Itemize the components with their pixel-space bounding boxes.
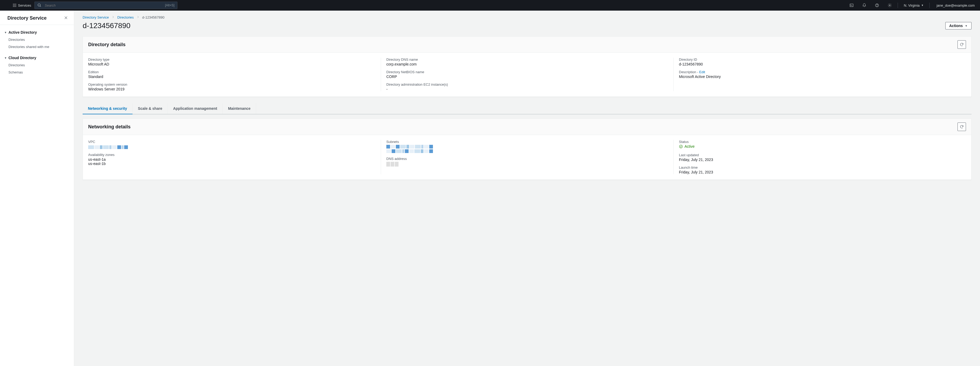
sidenav-item-cloud-directories[interactable]: Directories bbox=[0, 62, 74, 69]
label-last-updated: Last updated bbox=[679, 153, 961, 157]
breadcrumb-current: d-1234567890 bbox=[142, 15, 164, 19]
redacted-value bbox=[387, 145, 433, 149]
user-label: jane_doe@example.com bbox=[937, 3, 975, 7]
search-input[interactable] bbox=[44, 3, 162, 8]
svg-point-6 bbox=[877, 6, 877, 6]
divider bbox=[929, 3, 930, 8]
value-description: Microsoft Active Directory bbox=[679, 75, 961, 79]
chevron-down-icon: ▼ bbox=[965, 24, 967, 27]
region-label: N. Virginia bbox=[904, 3, 920, 7]
close-icon bbox=[64, 16, 68, 20]
redacted-value bbox=[387, 162, 399, 166]
value-directory-id: d-1234567890 bbox=[679, 62, 961, 66]
chevron-down-icon: ▼ bbox=[921, 4, 924, 6]
tab-scale-share[interactable]: Scale & share bbox=[133, 103, 168, 114]
sidenav-title: Directory Service bbox=[7, 15, 47, 21]
sidenav-section-label: Cloud Directory bbox=[8, 56, 36, 60]
label-description: Description - Edit bbox=[679, 70, 961, 74]
breadcrumb-link-directories[interactable]: Directories bbox=[117, 15, 134, 19]
label-netbios: Directory NetBIOS name bbox=[387, 70, 668, 74]
directory-tabs: Networking & security Scale & share Appl… bbox=[83, 103, 972, 114]
value-last-updated: Friday, July 21, 2023 bbox=[679, 158, 961, 162]
chevron-right-icon bbox=[111, 15, 115, 19]
cloudshell-button[interactable] bbox=[847, 0, 856, 11]
refresh-icon bbox=[959, 42, 964, 47]
label-vpc: VPC bbox=[88, 140, 375, 144]
tab-application-management[interactable]: Application management bbox=[168, 103, 223, 114]
svg-line-1 bbox=[40, 6, 41, 6]
label-os-version: Operating system version bbox=[88, 83, 375, 86]
tab-networking-security[interactable]: Networking & security bbox=[83, 103, 133, 114]
value-admin-ec2: - bbox=[387, 87, 668, 91]
value-vpc bbox=[88, 144, 375, 149]
panel-title: Networking details bbox=[88, 124, 130, 130]
az-value: us-east-1a bbox=[88, 157, 375, 161]
label-admin-ec2: Directory administration EC2 instance(s) bbox=[387, 83, 668, 86]
label-directory-type: Directory type bbox=[88, 58, 375, 62]
label-availability-zones: Availability zones bbox=[88, 153, 375, 157]
search-shortcut: [Alt+S] bbox=[165, 3, 175, 7]
account-menu[interactable]: jane_doe@example.com bbox=[933, 3, 976, 7]
svg-point-7 bbox=[889, 5, 890, 6]
refresh-button[interactable] bbox=[958, 40, 966, 49]
label-status: Status bbox=[679, 140, 961, 144]
az-value: us-east-1b bbox=[88, 161, 375, 166]
label-edition: Edition bbox=[88, 70, 375, 74]
sidenav-section-cloud-directory[interactable]: ▼ Cloud Directory bbox=[0, 54, 74, 62]
grid-icon bbox=[13, 3, 16, 7]
value-os-version: Windows Server 2019 bbox=[88, 87, 375, 91]
redacted-value bbox=[88, 145, 129, 149]
sidenav-section-label: Active Directory bbox=[8, 30, 37, 35]
global-header: Services [Alt+S] N. Virginia ▼ jane_doe@… bbox=[0, 0, 980, 11]
status-text: Active bbox=[684, 144, 695, 149]
description-prefix: Description - bbox=[679, 70, 699, 74]
tab-maintenance[interactable]: Maintenance bbox=[223, 103, 256, 114]
help-button[interactable] bbox=[872, 0, 882, 11]
chevron-right-icon bbox=[136, 15, 140, 19]
value-status: Active bbox=[679, 144, 961, 149]
svg-point-10 bbox=[679, 145, 682, 148]
value-launch-time: Friday, July 21, 2023 bbox=[679, 170, 961, 174]
sidenav-item-directories-shared[interactable]: Directories shared with me bbox=[0, 43, 74, 50]
sidenav-section-active-directory[interactable]: ▼ Active Directory bbox=[0, 29, 74, 36]
label-launch-time: Launch time bbox=[679, 166, 961, 169]
chevron-down-icon: ▼ bbox=[4, 56, 7, 59]
value-dns-name: corp.example.com bbox=[387, 62, 668, 66]
directory-details-panel: Directory details Directory type Microso… bbox=[83, 36, 972, 97]
refresh-button[interactable] bbox=[958, 123, 966, 131]
check-circle-icon bbox=[679, 145, 683, 149]
notifications-button[interactable] bbox=[859, 0, 869, 11]
global-search[interactable]: [Alt+S] bbox=[34, 2, 177, 9]
edit-description-link[interactable]: Edit bbox=[699, 70, 705, 74]
value-subnets bbox=[387, 144, 668, 153]
region-selector[interactable]: N. Virginia ▼ bbox=[901, 3, 926, 7]
svg-rect-2 bbox=[850, 4, 853, 7]
label-directory-id: Directory ID bbox=[679, 58, 961, 62]
sidenav-item-schemas[interactable]: Schemas bbox=[0, 69, 74, 76]
value-edition: Standard bbox=[88, 75, 375, 79]
label-dns-name: Directory DNS name bbox=[387, 58, 668, 62]
panel-title: Directory details bbox=[88, 42, 126, 48]
actions-button[interactable]: Actions ▼ bbox=[945, 22, 972, 29]
networking-details-panel: Networking details VPC bbox=[83, 118, 972, 180]
sidenav-item-directories[interactable]: Directories bbox=[0, 36, 74, 43]
value-availability-zones: us-east-1a us-east-1b bbox=[88, 157, 375, 166]
svg-point-0 bbox=[38, 4, 40, 6]
value-dns-address bbox=[387, 161, 668, 166]
services-label: Services bbox=[18, 3, 31, 7]
search-icon bbox=[37, 3, 41, 7]
settings-button[interactable] bbox=[885, 0, 894, 11]
value-directory-type: Microsoft AD bbox=[88, 62, 375, 66]
label-dns-address: DNS address bbox=[387, 157, 668, 161]
breadcrumb: Directory Service Directories d-12345678… bbox=[74, 11, 980, 21]
sidenav-close-button[interactable] bbox=[64, 16, 68, 21]
value-netbios: CORP bbox=[387, 75, 668, 79]
refresh-icon bbox=[959, 125, 964, 129]
services-menu[interactable]: Services bbox=[13, 3, 31, 7]
side-nav: Directory Service ▼ Active Directory Dir… bbox=[0, 11, 74, 366]
main-content: Directory Service Directories d-12345678… bbox=[74, 11, 980, 366]
breadcrumb-link-service[interactable]: Directory Service bbox=[83, 15, 109, 19]
actions-label: Actions bbox=[949, 24, 963, 28]
page-title: d-1234567890 bbox=[83, 21, 130, 30]
chevron-down-icon: ▼ bbox=[4, 31, 7, 34]
